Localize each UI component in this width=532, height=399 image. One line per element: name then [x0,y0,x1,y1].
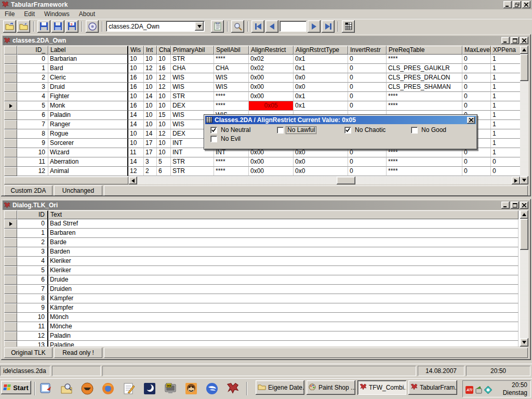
ati-tray-icon[interactable]: ATI [466,386,473,394]
window2-minimize-button[interactable] [501,202,510,209]
grid-cell[interactable]: 0 [348,73,387,83]
grid-cell[interactable]: 1 [491,139,520,148]
row-selector[interactable] [4,167,17,176]
grid-cell[interactable]: 0 [348,64,387,73]
scroll-down-button[interactable] [520,176,528,184]
grid-cell[interactable]: 0 [462,83,491,92]
grid-cell[interactable]: Barbaren [48,229,518,238]
column-header-cha[interactable]: Cha [157,46,171,55]
grid-cell[interactable]: 10 [128,139,144,148]
forge-icon[interactable] [80,381,94,395]
open-folder2-button[interactable] [17,20,30,33]
task-button-3[interactable]: TFW_Combi... [357,380,406,395]
grid-cell[interactable]: 2 [17,73,48,83]
grid-cell[interactable]: Kleriker [48,257,518,266]
grid-cell[interactable]: Wizard [48,148,128,157]
grid-cell[interactable]: Mönche [48,322,518,331]
grid-cell[interactable]: 0x00 [249,92,294,101]
grid-cell[interactable]: 0x00 [249,167,294,176]
grid-cell[interactable]: 9 [17,303,48,313]
grid-cell[interactable]: STR [171,167,214,176]
media-tray-icon[interactable] [484,386,492,394]
row-selector[interactable] [4,55,17,64]
grid-cell[interactable]: Aberration [48,157,128,167]
grid-cell[interactable]: 10 [144,101,157,111]
grid-cell[interactable]: 0 [462,64,491,73]
record-number-input[interactable] [280,21,307,32]
grid-cell[interactable]: 12 [144,64,157,73]
grid-cell[interactable]: 14 [128,120,144,129]
grid-cell[interactable]: 2 [17,238,48,247]
restore-button[interactable] [513,1,521,8]
grid-cell[interactable]: Kämpfer [48,303,518,313]
window1-close-button[interactable] [520,37,528,44]
minimize-button[interactable] [503,1,512,8]
grid-cell[interactable]: 0x00 [249,83,294,92]
nav-prev-button[interactable] [265,20,278,33]
grid-cell[interactable]: 0 [348,83,387,92]
nav-next-button[interactable] [308,20,321,33]
grid-cell[interactable]: **** [387,101,462,111]
row-selector[interactable] [4,266,17,275]
grid-cell[interactable]: Druide [48,275,518,285]
grid-cell[interactable]: 0 [348,55,387,64]
grid-cell[interactable]: Mönch [48,313,518,322]
grid-cell[interactable]: WIS [171,73,214,83]
grid-cell[interactable]: 0 [491,157,520,167]
grid-cell[interactable]: 15 [157,111,171,120]
grid-cell[interactable]: Ranger [48,120,128,129]
scroll-left-button[interactable] [129,177,137,184]
row-selector[interactable] [4,341,17,347]
column-header-xppena[interactable]: XPPena [491,46,520,55]
grid-cell[interactable]: 12 [157,73,171,83]
dialog-close-button[interactable] [467,117,475,124]
scroll-down-button[interactable] [520,338,528,347]
row-selector[interactable] [4,229,17,238]
grid-cell[interactable]: **** [387,157,462,167]
grid-cell[interactable]: 16 [128,101,144,111]
row-selector[interactable] [4,73,17,83]
thunderbird-icon[interactable] [205,381,219,395]
window1-hscrollbar[interactable] [4,177,520,184]
grid-cell[interactable]: 1 [17,64,48,73]
window1-minimize-button[interactable] [501,37,510,44]
grid-cell[interactable]: 0 [17,219,48,229]
grid-cell[interactable]: 0 [348,167,387,176]
grid-cell[interactable]: 14 [144,129,157,139]
grid-cell[interactable]: 16 [128,83,144,92]
row-selector[interactable] [4,275,17,285]
grid-cell[interactable]: WIS [214,73,249,83]
grid-cell[interactable]: 0x1 [294,101,348,111]
grid-cell[interactable]: 14 [128,157,144,167]
grid-cell[interactable]: 10 [157,120,171,129]
row-selector[interactable] [4,294,17,303]
row-selector[interactable] [4,111,17,120]
row-selector[interactable] [4,313,17,322]
grid-cell[interactable]: 10 [144,83,157,92]
grid-cell[interactable]: 0 [348,92,387,101]
row-selector[interactable] [4,92,17,101]
grid-cell[interactable]: 5 [17,266,48,275]
grid-cell[interactable]: 6 [17,111,48,120]
grid-cell[interactable]: **** [387,92,462,101]
row-selector[interactable] [4,331,17,341]
grid-cell[interactable]: Paladin [48,111,128,120]
tab-read-only[interactable]: Read only ! [54,348,102,358]
grid-cell[interactable]: 12 [157,129,171,139]
window2-vscrollbar[interactable] [520,210,528,347]
grid-cell[interactable]: 6 [17,275,48,285]
grid-cell[interactable]: 10 [128,55,144,64]
grid-cell[interactable]: **** [214,101,249,111]
search-icon[interactable] [59,381,73,395]
row-selector[interactable] [4,83,17,92]
nav-first-button[interactable] [251,20,264,33]
vscroll-thumb[interactable] [520,219,528,250]
grid-cell[interactable]: 10 [157,148,171,157]
grid-cell[interactable]: Bard [48,64,128,73]
grid-cell[interactable]: 14 [144,92,157,101]
grid-cell[interactable]: 11 [17,322,48,331]
row-selector[interactable] [4,64,17,73]
grid-cell[interactable]: CLS_PRES_GAUKLR [387,64,462,73]
grid-cell[interactable]: STR [171,157,214,167]
grid-cell[interactable]: CLS_PRES_DRALON [387,73,462,83]
